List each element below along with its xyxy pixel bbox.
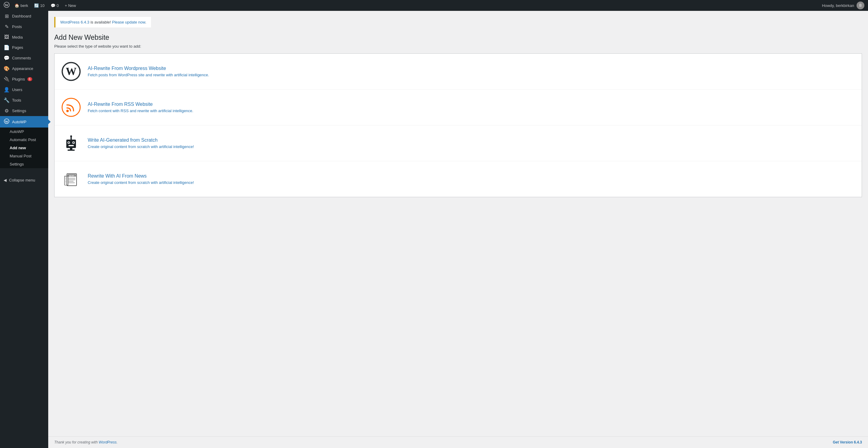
footer-version-link[interactable]: Get Version 6.4.3 bbox=[833, 440, 862, 444]
svg-rect-29 bbox=[65, 180, 67, 180]
svg-rect-22 bbox=[68, 178, 75, 179]
site-name: berk bbox=[21, 3, 28, 8]
svg-rect-16 bbox=[68, 145, 74, 146]
svg-rect-30 bbox=[65, 181, 67, 182]
svg-rect-18 bbox=[67, 150, 75, 151]
svg-rect-27 bbox=[65, 177, 67, 177]
comments-count: 0 bbox=[57, 3, 59, 8]
sidebar-item-plugins[interactable]: 🔌 Plugins 6 bbox=[0, 74, 48, 84]
users-icon: 👤 bbox=[4, 87, 10, 93]
media-icon: 🖼 bbox=[4, 34, 10, 40]
plugins-icon: 🔌 bbox=[4, 76, 10, 82]
sidebar-item-pages[interactable]: 📄 Pages bbox=[0, 42, 48, 53]
svg-rect-17 bbox=[70, 148, 72, 150]
updates-icon: 🔄 bbox=[34, 3, 39, 8]
website-types-list: W AI-Rewrite From Wordpress Website Fetc… bbox=[54, 53, 862, 197]
sidebar-label-autowp: AutoWP bbox=[12, 120, 27, 124]
page-subtitle: Please select the type of website you wa… bbox=[54, 44, 862, 49]
news-type-desc[interactable]: Create original content from scratch wit… bbox=[88, 180, 194, 185]
rss-type-content: AI-Rewrite From RSS Website Fetch conten… bbox=[88, 101, 193, 113]
submenu-settings[interactable]: Settings bbox=[0, 160, 48, 168]
collapse-icon: ◀ bbox=[4, 178, 7, 182]
wordpress-type-desc[interactable]: Fetch posts from WordPress site and rewr… bbox=[88, 73, 209, 77]
submenu-automatic-post[interactable]: Automatic Post bbox=[0, 136, 48, 144]
footer-left: Thank you for creating with WordPress. bbox=[54, 440, 118, 444]
robot-icon bbox=[61, 133, 82, 154]
sidebar-item-dashboard[interactable]: ⊞ Dashboard bbox=[0, 11, 48, 21]
svg-point-11 bbox=[70, 136, 72, 137]
sidebar-label-media: Media bbox=[12, 35, 23, 39]
svg-rect-28 bbox=[65, 178, 67, 179]
scratch-type-desc[interactable]: Create original content from scratch wit… bbox=[88, 144, 194, 149]
rss-type-desc[interactable]: Fetch content with RSS and rewrite with … bbox=[88, 109, 193, 113]
wp-version-link[interactable]: WordPress 6.4.3 bbox=[60, 20, 90, 24]
website-type-news[interactable]: NEWS bbox=[55, 161, 862, 197]
sidebar-item-autowp[interactable]: W AutoWP bbox=[0, 116, 48, 127]
svg-text:NEWS: NEWS bbox=[69, 175, 74, 177]
svg-text:W: W bbox=[5, 120, 8, 123]
sidebar-label-pages: Pages bbox=[12, 45, 23, 50]
user-avatar: B bbox=[857, 1, 864, 9]
sidebar-item-users[interactable]: 👤 Users bbox=[0, 84, 48, 95]
rss-type-title[interactable]: AI-Rewrite From RSS Website bbox=[88, 101, 193, 107]
sidebar-item-media[interactable]: 🖼 Media bbox=[0, 32, 48, 42]
autowp-submenu: AutoWP Automatic Post Add new Manual Pos… bbox=[0, 127, 48, 168]
sidebar-label-appearance: Appearance bbox=[12, 66, 33, 71]
svg-point-8 bbox=[66, 110, 69, 112]
notice-end: . bbox=[145, 20, 147, 24]
adminbar-comments[interactable]: 💬 0 bbox=[48, 0, 61, 11]
svg-point-7 bbox=[62, 98, 80, 116]
adminbar-site[interactable]: 🏠 berk bbox=[12, 0, 30, 11]
howdy-text: Howdy, berkbirkan bbox=[822, 3, 854, 8]
footer-wp-link[interactable]: WordPress bbox=[98, 440, 116, 444]
submenu-autowp[interactable]: AutoWP bbox=[0, 127, 48, 136]
sidebar-label-settings: Settings bbox=[12, 109, 26, 113]
wp-footer: Thank you for creating with WordPress. G… bbox=[48, 436, 868, 448]
svg-rect-9 bbox=[66, 140, 76, 148]
wordpress-type-title[interactable]: AI-Rewrite From Wordpress Website bbox=[88, 66, 209, 71]
svg-point-15 bbox=[73, 142, 74, 143]
sidebar-label-comments: Comments bbox=[12, 56, 31, 60]
sidebar-label-posts: Posts bbox=[12, 24, 22, 29]
wp-logo-icon[interactable]: W bbox=[4, 2, 10, 9]
collapse-menu-button[interactable]: ◀ Collapse menu bbox=[0, 174, 48, 186]
sidebar-item-posts[interactable]: ✎ Posts bbox=[0, 21, 48, 32]
svg-point-14 bbox=[68, 142, 69, 143]
website-type-wordpress[interactable]: W AI-Rewrite From Wordpress Website Fetc… bbox=[55, 54, 862, 90]
website-type-scratch[interactable]: Write AI-Generated from Scratch Create o… bbox=[55, 125, 862, 161]
admin-sidebar: ⊞ Dashboard ✎ Posts 🖼 Media 📄 Pages 💬 Co… bbox=[0, 11, 48, 448]
new-label: + New bbox=[65, 3, 76, 8]
dashboard-icon: ⊞ bbox=[4, 13, 10, 19]
comments-menu-icon: 💬 bbox=[4, 55, 10, 61]
comments-icon: 💬 bbox=[51, 3, 56, 8]
news-type-content: Rewrite With AI From News Create origina… bbox=[88, 173, 194, 185]
news-type-title[interactable]: Rewrite With AI From News bbox=[88, 173, 194, 179]
svg-rect-23 bbox=[68, 179, 75, 180]
sidebar-label-users: Users bbox=[12, 87, 22, 92]
main-content: WordPress 6.4.3 is available! Please upd… bbox=[48, 11, 868, 436]
footer-thank-you: Thank you for creating with bbox=[54, 440, 98, 444]
adminbar-user[interactable]: Howdy, berkbirkan B bbox=[822, 1, 864, 9]
website-type-rss[interactable]: AI-Rewrite From RSS Website Fetch conten… bbox=[55, 90, 862, 125]
sidebar-item-settings[interactable]: ⚙ Settings bbox=[0, 106, 48, 116]
posts-icon: ✎ bbox=[4, 24, 10, 30]
rss-icon bbox=[61, 97, 82, 118]
update-notice: WordPress 6.4.3 is available! Please upd… bbox=[54, 17, 151, 27]
footer-end: . bbox=[117, 440, 118, 444]
settings-icon: ⚙ bbox=[4, 108, 10, 114]
sidebar-item-tools[interactable]: 🔧 Tools bbox=[0, 95, 48, 106]
submenu-manual-post[interactable]: Manual Post bbox=[0, 152, 48, 160]
svg-rect-26 bbox=[64, 176, 68, 185]
svg-rect-31 bbox=[65, 183, 67, 183]
sidebar-item-appearance[interactable]: 🎨 Appearance bbox=[0, 63, 48, 74]
sidebar-item-comments[interactable]: 💬 Comments bbox=[0, 53, 48, 63]
submenu-add-new[interactable]: Add new bbox=[0, 144, 48, 152]
site-icon: 🏠 bbox=[14, 3, 19, 8]
page-title: Add New Website bbox=[54, 33, 862, 41]
appearance-icon: 🎨 bbox=[4, 66, 10, 71]
adminbar-updates[interactable]: 🔄 10 bbox=[32, 0, 47, 11]
scratch-type-title[interactable]: Write AI-Generated from Scratch bbox=[88, 138, 194, 143]
admin-bar: W 🏠 berk 🔄 10 💬 0 + New Howdy, berkbirka… bbox=[0, 0, 868, 11]
update-now-link[interactable]: Please update now bbox=[112, 20, 145, 24]
adminbar-new[interactable]: + New bbox=[62, 0, 79, 11]
